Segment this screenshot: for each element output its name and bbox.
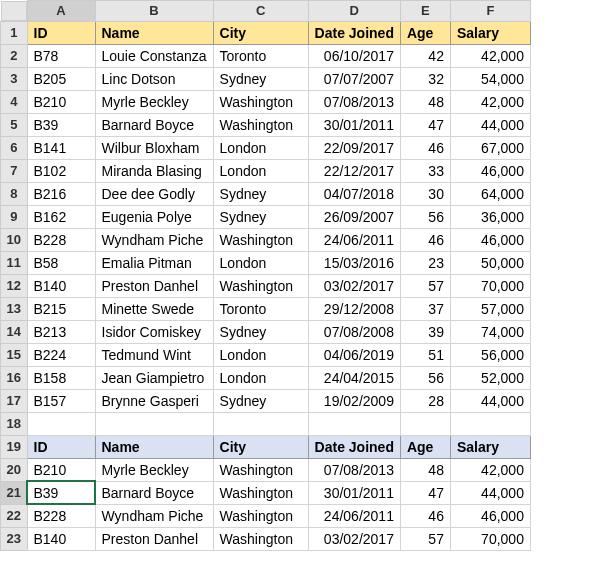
row-header-18[interactable]: 18 xyxy=(1,412,28,435)
header-date[interactable]: Date Joined xyxy=(308,435,400,458)
cell-id[interactable]: B141 xyxy=(27,136,95,159)
cell-name[interactable]: Brynne Gasperi xyxy=(95,389,213,412)
cell-city[interactable]: London xyxy=(213,159,308,182)
cell-city[interactable]: Sydney xyxy=(213,205,308,228)
row-header-11[interactable]: 11 xyxy=(1,251,28,274)
cell-id[interactable]: B58 xyxy=(27,251,95,274)
cell-id[interactable]: B213 xyxy=(27,320,95,343)
header-city[interactable]: City xyxy=(213,435,308,458)
cell-salary[interactable]: 42,000 xyxy=(450,90,530,113)
cell-salary[interactable]: 36,000 xyxy=(450,205,530,228)
cell-name[interactable]: Linc Dotson xyxy=(95,67,213,90)
cell-name[interactable]: Wilbur Bloxham xyxy=(95,136,213,159)
cell-age[interactable]: 56 xyxy=(400,205,450,228)
cell-age[interactable]: 32 xyxy=(400,67,450,90)
cell-age[interactable]: 57 xyxy=(400,274,450,297)
cell-city[interactable]: London xyxy=(213,366,308,389)
cell-age[interactable]: 48 xyxy=(400,90,450,113)
header-city[interactable]: City xyxy=(213,21,308,44)
row-header-23[interactable]: 23 xyxy=(1,527,28,550)
cell-name[interactable]: Wyndham Piche xyxy=(95,228,213,251)
cell-id[interactable]: B157 xyxy=(27,389,95,412)
cell-age[interactable]: 51 xyxy=(400,343,450,366)
cell-name[interactable]: Dee dee Godly xyxy=(95,182,213,205)
col-header-A[interactable]: A xyxy=(27,1,95,22)
cell-date[interactable]: 04/07/2018 xyxy=(308,182,400,205)
cell-name[interactable]: Isidor Comiskey xyxy=(95,320,213,343)
cell-salary[interactable]: 50,000 xyxy=(450,251,530,274)
cell-date[interactable]: 07/08/2013 xyxy=(308,458,400,481)
cell-salary[interactable]: 42,000 xyxy=(450,458,530,481)
cell-salary[interactable]: 74,000 xyxy=(450,320,530,343)
cell-salary[interactable]: 52,000 xyxy=(450,366,530,389)
cell-salary[interactable]: 70,000 xyxy=(450,274,530,297)
cell-date[interactable]: 24/04/2015 xyxy=(308,366,400,389)
header-name[interactable]: Name xyxy=(95,21,213,44)
cell-age[interactable]: 46 xyxy=(400,136,450,159)
header-salary[interactable]: Salary xyxy=(450,435,530,458)
cell-id[interactable]: B39 xyxy=(27,481,95,504)
cell-salary[interactable]: 54,000 xyxy=(450,67,530,90)
cell-date[interactable]: 04/06/2019 xyxy=(308,343,400,366)
cell-salary[interactable]: 42,000 xyxy=(450,44,530,67)
cell-city[interactable]: Toronto xyxy=(213,44,308,67)
cell-age[interactable]: 47 xyxy=(400,481,450,504)
row-header-19[interactable]: 19 xyxy=(1,435,28,458)
cell-id[interactable]: B39 xyxy=(27,113,95,136)
cell-city[interactable]: Washington xyxy=(213,274,308,297)
cell-id[interactable]: B210 xyxy=(27,90,95,113)
cell-name[interactable]: Preston Danhel xyxy=(95,527,213,550)
cell-city[interactable]: Washington xyxy=(213,90,308,113)
cell-salary[interactable]: 44,000 xyxy=(450,481,530,504)
cell-name[interactable]: Barnard Boyce xyxy=(95,481,213,504)
header-name[interactable]: Name xyxy=(95,435,213,458)
header-date[interactable]: Date Joined xyxy=(308,21,400,44)
row-header-1[interactable]: 1 xyxy=(1,21,28,44)
cell-city[interactable]: London xyxy=(213,251,308,274)
row-header-13[interactable]: 13 xyxy=(1,297,28,320)
cell-id[interactable]: B205 xyxy=(27,67,95,90)
row-header-22[interactable]: 22 xyxy=(1,504,28,527)
cell-id[interactable]: B215 xyxy=(27,297,95,320)
cell-age[interactable]: 46 xyxy=(400,504,450,527)
cell-date[interactable]: 19/02/2009 xyxy=(308,389,400,412)
cell-date[interactable]: 29/12/2008 xyxy=(308,297,400,320)
empty-cell[interactable] xyxy=(27,412,95,435)
cell-date[interactable]: 07/08/2008 xyxy=(308,320,400,343)
cell-name[interactable]: Wyndham Piche xyxy=(95,504,213,527)
cell-id[interactable]: B78 xyxy=(27,44,95,67)
cell-salary[interactable]: 46,000 xyxy=(450,504,530,527)
spreadsheet-grid[interactable]: A B C D E F 1IDNameCityDate JoinedAgeSal… xyxy=(0,0,531,551)
cell-date[interactable]: 03/02/2017 xyxy=(308,274,400,297)
cell-name[interactable]: Louie Constanza xyxy=(95,44,213,67)
cell-date[interactable]: 22/09/2017 xyxy=(308,136,400,159)
row-header-5[interactable]: 5 xyxy=(1,113,28,136)
row-header-15[interactable]: 15 xyxy=(1,343,28,366)
cell-date[interactable]: 03/02/2017 xyxy=(308,527,400,550)
cell-age[interactable]: 37 xyxy=(400,297,450,320)
cell-city[interactable]: Sydney xyxy=(213,182,308,205)
cell-date[interactable]: 24/06/2011 xyxy=(308,504,400,527)
col-header-C[interactable]: C xyxy=(213,1,308,22)
cell-city[interactable]: Sydney xyxy=(213,320,308,343)
cell-name[interactable]: Barnard Boyce xyxy=(95,113,213,136)
cell-id[interactable]: B228 xyxy=(27,504,95,527)
empty-cell[interactable] xyxy=(308,412,400,435)
cell-salary[interactable]: 57,000 xyxy=(450,297,530,320)
cell-name[interactable]: Minette Swede xyxy=(95,297,213,320)
row-header-14[interactable]: 14 xyxy=(1,320,28,343)
cell-city[interactable]: London xyxy=(213,136,308,159)
row-header-4[interactable]: 4 xyxy=(1,90,28,113)
cell-city[interactable]: Washington xyxy=(213,228,308,251)
cell-id[interactable]: B140 xyxy=(27,274,95,297)
cell-salary[interactable]: 64,000 xyxy=(450,182,530,205)
row-header-7[interactable]: 7 xyxy=(1,159,28,182)
cell-id[interactable]: B140 xyxy=(27,527,95,550)
cell-name[interactable]: Miranda Blasing xyxy=(95,159,213,182)
row-header-9[interactable]: 9 xyxy=(1,205,28,228)
cell-salary[interactable]: 67,000 xyxy=(450,136,530,159)
row-header-12[interactable]: 12 xyxy=(1,274,28,297)
cell-name[interactable]: Myrle Beckley xyxy=(95,458,213,481)
row-header-20[interactable]: 20 xyxy=(1,458,28,481)
empty-cell[interactable] xyxy=(95,412,213,435)
